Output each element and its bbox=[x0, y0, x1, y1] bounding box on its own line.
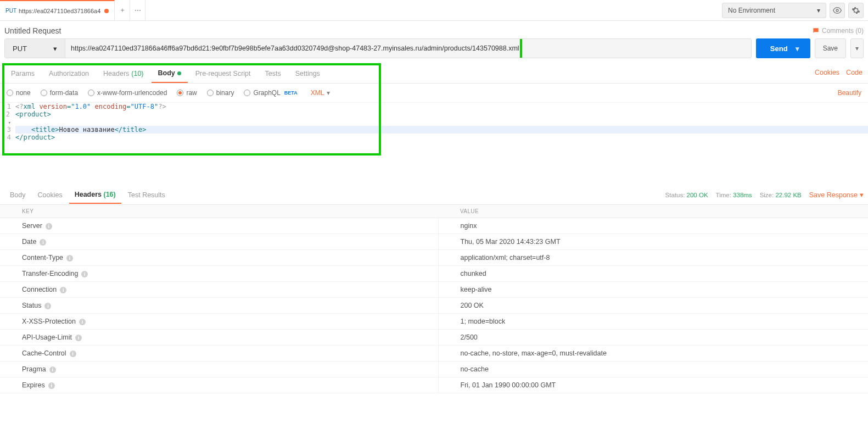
table-row: Serveringinx bbox=[0, 218, 868, 234]
environment-label: No Environment bbox=[728, 7, 775, 14]
save-button[interactable]: Save bbox=[815, 38, 846, 58]
response-headers-table: KEY VALUE ServeringinxDateiThu, 05 Mar 2… bbox=[0, 205, 868, 393]
response-size: 22.92 KB bbox=[775, 192, 801, 198]
http-method-select[interactable]: PUT ▾ bbox=[5, 39, 65, 58]
header-key: Connectioni bbox=[0, 282, 438, 298]
body-type-none[interactable]: none bbox=[7, 89, 31, 97]
table-row: API-Usage-Limiti2/500 bbox=[0, 330, 868, 346]
chevron-down-icon: ▾ bbox=[817, 7, 820, 14]
header-value: Thu, 05 Mar 2020 14:43:23 GMT bbox=[438, 234, 868, 250]
info-icon: i bbox=[60, 287, 66, 293]
response-tab-tests[interactable]: Test Results bbox=[122, 187, 171, 203]
header-key: Content-Typei bbox=[0, 250, 438, 266]
table-row: DateiThu, 05 Mar 2020 14:43:23 GMT bbox=[0, 234, 868, 250]
body-editor[interactable]: 1<?xml version="1.0" encoding="UTF-8"?>2… bbox=[0, 103, 868, 141]
body-type-form-data[interactable]: form-data bbox=[41, 89, 78, 97]
cookies-link[interactable]: Cookies bbox=[815, 69, 839, 76]
table-header-value: VALUE bbox=[438, 205, 868, 218]
request-tab[interactable]: PUT https://ea0247110ed371866a4… bbox=[0, 0, 115, 21]
header-value: nginx bbox=[438, 218, 868, 234]
comment-icon bbox=[812, 27, 820, 35]
header-value: 2/500 bbox=[438, 330, 868, 346]
header-value: no-cache, no-store, max-age=0, must-reva… bbox=[438, 346, 868, 362]
save-dropdown-button[interactable]: ▾ bbox=[850, 38, 864, 58]
chevron-down-icon: ▾ bbox=[327, 89, 330, 97]
body-type-graphql[interactable]: GraphQLBETA bbox=[244, 89, 297, 97]
header-key: Expiresi bbox=[0, 377, 438, 393]
header-key: Cache-Controli bbox=[0, 346, 438, 362]
header-key: Pragmai bbox=[0, 362, 438, 377]
eye-icon[interactable] bbox=[830, 3, 845, 18]
unsaved-dot-icon bbox=[104, 9, 109, 13]
gear-icon[interactable] bbox=[848, 3, 864, 18]
request-title: Untitled Request bbox=[4, 26, 61, 35]
response-tab-headers[interactable]: Headers (16) bbox=[69, 186, 121, 204]
header-value: 1; mode=block bbox=[438, 314, 868, 330]
header-value: chunked bbox=[438, 266, 868, 282]
info-icon: i bbox=[49, 366, 56, 373]
send-button[interactable]: Send ▾ bbox=[756, 38, 810, 58]
info-icon: i bbox=[48, 382, 55, 389]
tab-method: PUT bbox=[5, 8, 16, 14]
response-tab-cookies[interactable]: Cookies bbox=[32, 187, 68, 203]
tab-body[interactable]: Body bbox=[152, 64, 188, 83]
header-value: keep-alive bbox=[438, 282, 868, 298]
info-icon: i bbox=[79, 319, 86, 325]
header-key: X-XSS-Protectioni bbox=[0, 314, 438, 330]
table-row: X-XSS-Protectioni1; mode=block bbox=[0, 314, 868, 330]
chevron-down-icon: ▾ bbox=[53, 45, 57, 53]
header-key: API-Usage-Limiti bbox=[0, 330, 438, 346]
more-tabs-button[interactable]: ⋯ bbox=[130, 0, 145, 21]
tab-prerequest[interactable]: Pre-request Script bbox=[189, 64, 257, 83]
tab-params[interactable]: Params bbox=[4, 64, 41, 83]
info-icon: i bbox=[46, 223, 52, 230]
add-tab-button[interactable]: ＋ bbox=[115, 0, 130, 21]
environment-select[interactable]: No Environment ▾ bbox=[722, 3, 826, 18]
save-response-button[interactable]: Save Response ▾ bbox=[809, 191, 864, 199]
table-row: Statusi200 OK bbox=[0, 298, 868, 314]
beautify-button[interactable]: Beautify bbox=[838, 89, 861, 97]
table-row: Content-Typeiapplication/xml; charset=ut… bbox=[0, 250, 868, 266]
response-time: 338ms bbox=[733, 192, 752, 198]
modified-dot-icon bbox=[177, 71, 181, 75]
header-value: application/xml; charset=utf-8 bbox=[438, 250, 868, 266]
url-input[interactable] bbox=[65, 39, 751, 58]
response-tab-body[interactable]: Body bbox=[4, 187, 31, 203]
table-row: Cache-Controlino-cache, no-store, max-ag… bbox=[0, 346, 868, 362]
chevron-down-icon: ▾ bbox=[860, 191, 864, 199]
body-format-select[interactable]: XML ▾ bbox=[311, 89, 331, 97]
info-icon: i bbox=[40, 239, 46, 246]
body-type-xwww[interactable]: x-www-form-urlencoded bbox=[88, 89, 167, 97]
code-link[interactable]: Code bbox=[846, 69, 863, 76]
header-value: no-cache bbox=[438, 362, 868, 377]
tab-headers[interactable]: Headers (10) bbox=[97, 64, 150, 83]
tab-tests[interactable]: Tests bbox=[259, 64, 288, 83]
table-row: Pragmaino-cache bbox=[0, 362, 868, 377]
comments-button[interactable]: Comments (0) bbox=[812, 27, 864, 35]
svg-point-0 bbox=[836, 9, 838, 12]
header-value: 200 OK bbox=[438, 298, 868, 314]
header-key: Serveri bbox=[0, 218, 438, 234]
body-type-binary[interactable]: binary bbox=[207, 89, 234, 97]
info-icon: i bbox=[75, 335, 82, 341]
header-key: Transfer-Encodingi bbox=[0, 266, 438, 282]
header-value: Fri, 01 Jan 1990 00:00:00 GMT bbox=[438, 377, 868, 393]
body-type-raw[interactable]: raw bbox=[177, 89, 197, 97]
tab-settings[interactable]: Settings bbox=[289, 64, 327, 83]
table-row: ExpiresiFri, 01 Jan 1990 00:00:00 GMT bbox=[0, 377, 868, 393]
info-icon: i bbox=[66, 255, 73, 262]
header-key: Statusi bbox=[0, 298, 438, 314]
info-icon: i bbox=[44, 303, 51, 309]
info-icon: i bbox=[81, 271, 88, 277]
table-header-key: KEY bbox=[0, 205, 438, 218]
table-row: Connectionikeep-alive bbox=[0, 282, 868, 298]
tab-url: https://ea0247110ed371866a4… bbox=[19, 8, 101, 14]
table-row: Transfer-Encodingichunked bbox=[0, 266, 868, 282]
info-icon: i bbox=[70, 351, 76, 357]
header-key: Datei bbox=[0, 234, 438, 250]
chevron-down-icon: ▾ bbox=[796, 45, 799, 53]
tab-authorization[interactable]: Authorization bbox=[42, 64, 96, 83]
response-status: 200 OK bbox=[687, 192, 708, 198]
